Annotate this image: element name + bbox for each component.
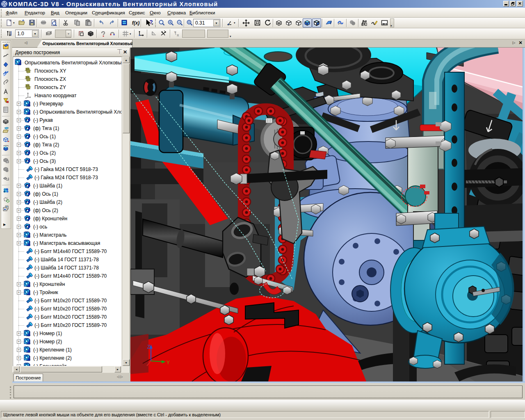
svg-text:X: X [177, 34, 179, 37]
svg-text:Z: Z [147, 344, 150, 350]
svg-text:Y: Y [167, 360, 170, 365]
